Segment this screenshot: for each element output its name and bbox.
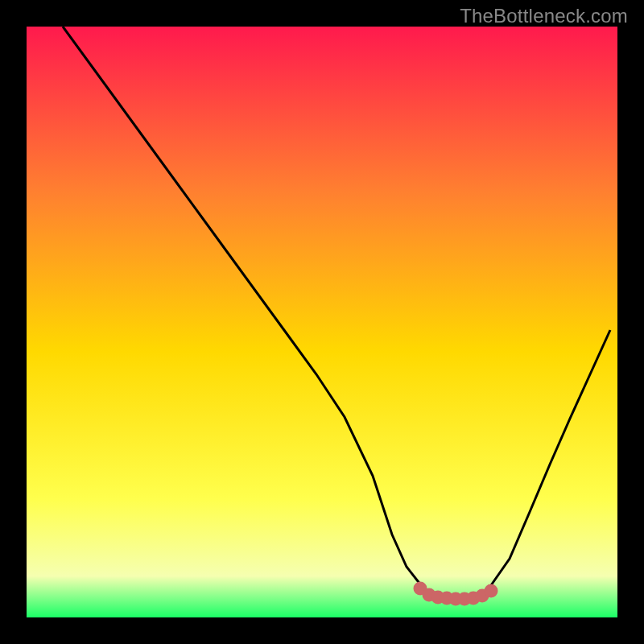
- chart-frame: TheBottleneck.com: [0, 0, 644, 644]
- optimal-range-dots: [27, 27, 617, 617]
- watermark-label: TheBottleneck.com: [460, 5, 628, 27]
- optimal-dot: [485, 584, 498, 598]
- plot-area: [27, 27, 617, 617]
